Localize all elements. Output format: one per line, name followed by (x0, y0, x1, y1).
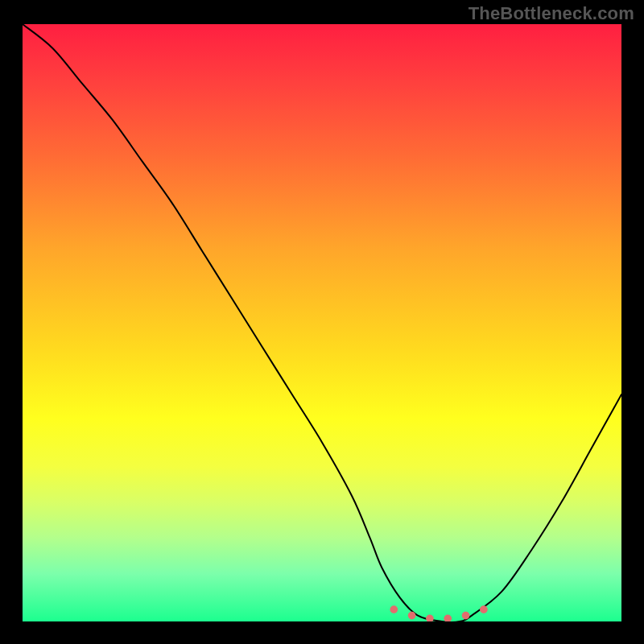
marker-dot (390, 605, 398, 613)
optimal-range-markers (390, 605, 487, 621)
marker-dot (462, 612, 470, 620)
attribution-label: TheBottleneck.com (469, 3, 634, 24)
plot-area (23, 24, 621, 621)
marker-dot (408, 612, 416, 620)
marker-dot (444, 614, 452, 621)
marker-dot (480, 605, 488, 613)
curve-layer (23, 24, 621, 621)
bottleneck-curve (23, 24, 621, 621)
marker-dot (426, 614, 434, 621)
chart-container: TheBottleneck.com (0, 0, 644, 644)
